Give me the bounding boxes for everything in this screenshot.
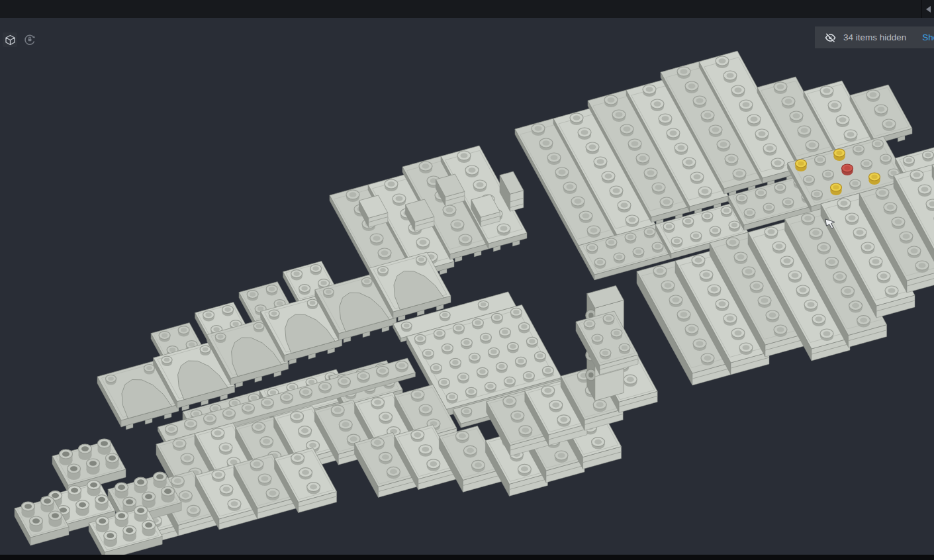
app-window: { "topbar": { "panel_toggle_icon": "chev… bbox=[0, 0, 934, 560]
bottom-bar bbox=[0, 555, 934, 560]
top-bar bbox=[0, 0, 934, 18]
rotate-lock-icon bbox=[23, 33, 36, 46]
hidden-items-count: 34 items hidden bbox=[843, 32, 906, 42]
view-cube-button[interactable] bbox=[3, 32, 17, 47]
panel-collapse-button[interactable] bbox=[923, 5, 933, 13]
rotation-lock-button[interactable] bbox=[23, 32, 37, 47]
viewport-3d[interactable] bbox=[0, 0, 934, 560]
top-bar-divider bbox=[921, 0, 922, 18]
hidden-items-banner: 34 items hidden Show all bbox=[815, 26, 934, 48]
viewport-toolbar bbox=[3, 32, 37, 47]
chevron-left-icon bbox=[925, 5, 931, 13]
eye-off-icon bbox=[824, 32, 837, 44]
cube-icon bbox=[5, 34, 16, 46]
show-all-link[interactable]: Show all bbox=[922, 32, 934, 42]
